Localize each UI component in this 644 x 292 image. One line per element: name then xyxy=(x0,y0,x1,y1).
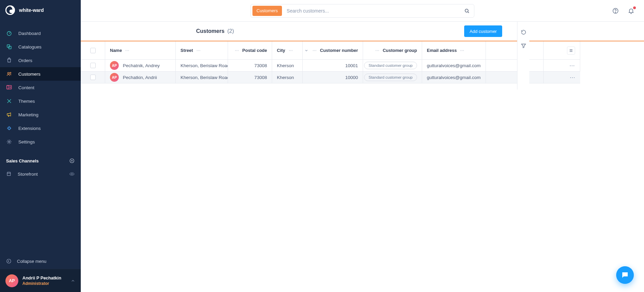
sidebar-item-catalogues[interactable]: Catalogues xyxy=(0,40,81,54)
notifications-icon[interactable] xyxy=(628,7,634,14)
add-customer-button[interactable]: Add customer xyxy=(464,25,502,37)
settings-icon xyxy=(6,139,12,145)
svg-point-9 xyxy=(8,141,10,143)
global-search[interactable]: Customers xyxy=(250,4,474,18)
collapse-menu-button[interactable]: Collapse menu xyxy=(0,253,81,269)
column-settings xyxy=(544,41,580,60)
customer-name: Pechatkin, Andrii xyxy=(123,75,157,80)
row-checkbox[interactable] xyxy=(90,75,96,80)
sidebar-item-content[interactable]: Content xyxy=(0,81,81,94)
sidebar-item-themes[interactable]: Themes xyxy=(0,94,81,108)
column-street[interactable]: Street⋯ xyxy=(176,41,228,60)
sidebar-item-label: Themes xyxy=(18,99,75,104)
sidebar-item-label: Customers xyxy=(18,72,75,77)
cell-spacer xyxy=(486,60,544,72)
sidebar: white-ward Dashboard Catalogues Orders C… xyxy=(0,0,81,292)
svg-point-5 xyxy=(10,72,11,74)
column-label: Street xyxy=(181,48,193,53)
chevron-up-icon xyxy=(71,278,75,283)
user-menu[interactable]: AP Andrii P Pechatkin Administrator xyxy=(0,269,81,292)
cell-number: 10001 xyxy=(303,60,363,72)
select-all-header xyxy=(81,41,105,60)
column-label: Customer number xyxy=(320,48,358,53)
sidebar-item-label: Settings xyxy=(18,139,75,144)
search-icon[interactable] xyxy=(460,8,474,14)
sales-channels-heading: Sales Channels xyxy=(6,158,39,163)
column-customer-group[interactable]: ⋯Customer group xyxy=(363,41,422,60)
column-city[interactable]: City⋯ xyxy=(272,41,303,60)
cell-name[interactable]: APPechatkin, Andrii xyxy=(105,72,176,83)
chat-fab[interactable] xyxy=(616,266,634,284)
column-menu-icon[interactable]: ⋯ xyxy=(312,48,317,53)
cell-group: Standard customer group xyxy=(363,72,422,83)
column-menu-icon[interactable]: ⋯ xyxy=(125,48,129,53)
cell-city: Kherson xyxy=(272,60,303,72)
avatar: AP xyxy=(5,274,18,287)
svg-rect-2 xyxy=(7,45,10,47)
svg-rect-6 xyxy=(7,85,12,89)
dashboard-icon xyxy=(6,30,12,36)
column-name[interactable]: Name⋯ xyxy=(105,41,176,60)
column-label: Postal code xyxy=(242,48,267,53)
sort-desc-icon[interactable] xyxy=(304,48,308,53)
cell-name[interactable]: APPechatnik, Andrey xyxy=(105,60,176,72)
sidebar-item-marketing[interactable]: Marketing xyxy=(0,108,81,121)
sidebar-item-label: Orders xyxy=(18,58,75,63)
help-icon[interactable] xyxy=(612,7,619,14)
cell-email: gutturalvoices@gmail.com xyxy=(422,72,486,83)
filter-icon[interactable] xyxy=(520,43,527,49)
column-menu-icon[interactable]: ⋯ xyxy=(196,48,201,53)
column-menu-icon[interactable]: ⋯ xyxy=(460,48,464,53)
svg-point-13 xyxy=(465,9,468,12)
page-count: (2) xyxy=(227,28,234,34)
search-input[interactable] xyxy=(282,4,460,17)
add-sales-channel-button[interactable] xyxy=(69,158,75,163)
cell-group: Standard customer group xyxy=(363,60,422,72)
brand-logo-icon xyxy=(5,5,15,15)
extensions-icon xyxy=(6,125,12,131)
row-actions-button[interactable]: ⋯ xyxy=(569,62,575,69)
column-customer-number[interactable]: ⋯Customer number xyxy=(303,41,363,60)
cell-actions: ⋯ xyxy=(544,72,580,83)
visibility-icon[interactable] xyxy=(69,171,75,177)
sidebar-item-dashboard[interactable]: Dashboard xyxy=(0,26,81,40)
customer-name: Pechatnik, Andrey xyxy=(123,63,160,68)
customers-table: Name⋯ Street⋯ ⋯Postal code City⋯ ⋯Custom… xyxy=(81,41,644,83)
brand-name: white-ward xyxy=(19,7,44,13)
column-menu-icon[interactable]: ⋯ xyxy=(289,48,293,53)
topbar: Customers xyxy=(81,0,644,22)
catalogues-icon xyxy=(6,44,12,50)
sidebar-item-settings[interactable]: Settings xyxy=(0,135,81,149)
svg-rect-8 xyxy=(8,127,10,129)
sidebar-item-extensions[interactable]: Extensions xyxy=(0,121,81,135)
cell-spacer xyxy=(486,72,544,83)
svg-point-12 xyxy=(7,259,11,263)
column-postal-code[interactable]: ⋯Postal code xyxy=(228,41,272,60)
sidebar-item-customers[interactable]: Customers xyxy=(0,67,81,81)
row-checkbox[interactable] xyxy=(90,63,96,68)
column-label: Customer group xyxy=(383,48,417,53)
column-settings-button[interactable] xyxy=(567,46,575,55)
group-pill: Standard customer group xyxy=(364,62,417,69)
sales-channel-storefront[interactable]: Storefront xyxy=(6,168,75,180)
column-menu-icon[interactable]: ⋯ xyxy=(235,48,239,53)
select-all-checkbox[interactable] xyxy=(90,48,96,53)
page-title: Customers xyxy=(196,28,225,34)
avatar: AP xyxy=(110,61,119,70)
svg-point-4 xyxy=(7,72,9,74)
column-label: Name xyxy=(110,48,122,53)
refresh-icon[interactable] xyxy=(520,29,527,35)
column-email[interactable]: Email address⋯ xyxy=(422,41,486,60)
cell-email: gutturalvoices@gmail.com xyxy=(422,60,486,72)
row-actions-button[interactable]: ⋯ xyxy=(570,74,575,81)
search-scope-tag[interactable]: Customers xyxy=(252,6,282,16)
table-row xyxy=(81,60,105,72)
sidebar-item-orders[interactable]: Orders xyxy=(0,54,81,67)
sidebar-item-label: Catalogues xyxy=(18,44,75,50)
sidebar-item-label: Content xyxy=(18,85,75,90)
svg-rect-7 xyxy=(7,85,8,89)
marketing-icon xyxy=(6,112,12,118)
column-menu-icon[interactable]: ⋯ xyxy=(375,48,379,53)
storefront-icon xyxy=(6,171,12,177)
brand[interactable]: white-ward xyxy=(0,0,81,20)
